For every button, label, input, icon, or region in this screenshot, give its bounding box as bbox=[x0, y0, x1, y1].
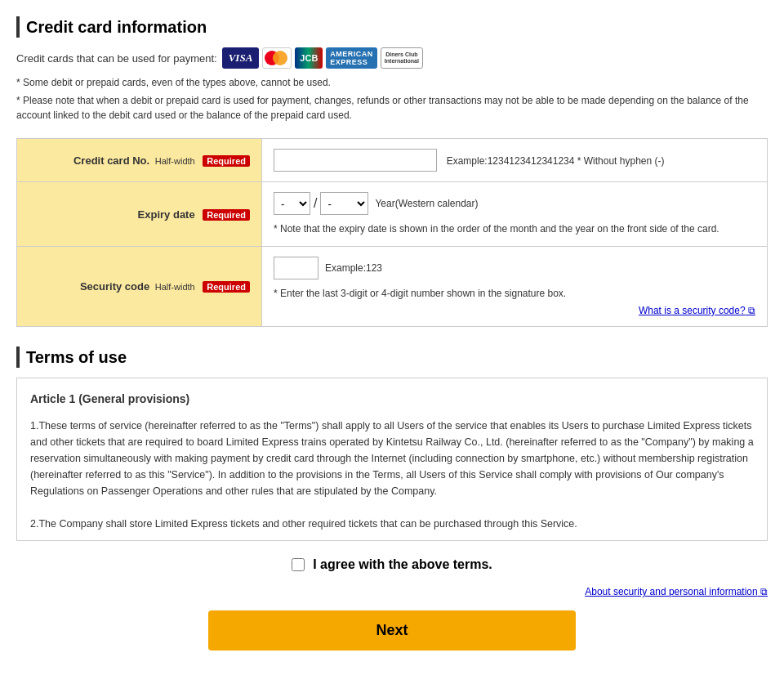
expiry-date-row: Expiry date Required - 010203 040506 070… bbox=[17, 182, 768, 247]
credit-card-section: Credit card information Credit cards tha… bbox=[16, 16, 768, 327]
expiry-selects-row: - 010203 040506 070809 101112 / - 202420… bbox=[274, 192, 755, 215]
security-code-link-icon: ⧉ bbox=[748, 305, 755, 316]
expiry-label-cell: Expiry date Required bbox=[17, 182, 262, 247]
card-number-half-width: Half-width bbox=[155, 156, 195, 166]
security-note: * Enter the last 3-digit or 4-digit numb… bbox=[274, 286, 755, 301]
card-number-row: Credit card No. Half-width Required Exam… bbox=[17, 139, 768, 182]
expiry-note: * Note that the expiry date is shown in … bbox=[274, 221, 755, 236]
expiry-month-select[interactable]: - 010203 040506 070809 101112 bbox=[274, 192, 310, 215]
security-link-row: About security and personal information … bbox=[16, 585, 768, 597]
security-code-input[interactable] bbox=[274, 257, 318, 279]
notice1-text: * Some debit or prepaid cards, even of t… bbox=[16, 75, 768, 90]
security-code-row: Security code Half-width Required Exampl… bbox=[17, 247, 768, 327]
terms-heading: Terms of use bbox=[16, 346, 768, 368]
mastercard-logo bbox=[262, 47, 292, 69]
expiry-year-select[interactable]: - 202420252026 202720282029 203020312032… bbox=[320, 192, 368, 215]
agree-checkbox[interactable] bbox=[292, 558, 305, 571]
terms-heading-bar bbox=[16, 346, 20, 368]
card-number-required: Required bbox=[203, 155, 250, 167]
credit-card-heading: Credit card information bbox=[16, 16, 768, 38]
amex-logo: AMERICANEXPRESS bbox=[326, 47, 377, 69]
card-number-input[interactable] bbox=[274, 149, 437, 172]
expiry-label: Expiry date bbox=[138, 208, 195, 221]
card-number-example: Example:1234123412341234 * Without hyphe… bbox=[447, 155, 665, 167]
expiry-slash: / bbox=[314, 196, 317, 211]
security-label: Security code bbox=[80, 280, 149, 293]
terms-title: Terms of use bbox=[26, 348, 127, 367]
diners-logo: Diners ClubInternational bbox=[381, 47, 423, 69]
what-is-security-code-link[interactable]: What is a security code? ⧉ bbox=[639, 305, 755, 316]
agreement-row: I agree with the above terms. bbox=[16, 557, 768, 572]
security-link-icon: ⧉ bbox=[760, 586, 768, 597]
terms-section: Terms of use Article 1 (General provisio… bbox=[16, 346, 768, 541]
security-code-link-text: What is a security code? bbox=[639, 305, 746, 316]
agree-label[interactable]: I agree with the above terms. bbox=[313, 557, 492, 572]
article1-text: 1.These terms of service (hereinafter re… bbox=[30, 418, 754, 499]
security-personal-info-link[interactable]: About security and personal information … bbox=[585, 586, 768, 597]
card-number-label: Credit card No. bbox=[74, 154, 149, 167]
expiry-required: Required bbox=[203, 209, 250, 221]
article1-text2: 2.The Company shall store Limited Expres… bbox=[30, 516, 754, 532]
accepted-cards-row: Credit cards that can be used for paymen… bbox=[16, 47, 768, 69]
next-button-row: Next bbox=[16, 610, 768, 651]
security-link-text: About security and personal information bbox=[585, 586, 757, 597]
expiry-input-cell: - 010203 040506 070809 101112 / - 202420… bbox=[262, 182, 768, 247]
security-label-cell: Security code Half-width Required bbox=[17, 247, 262, 327]
security-half-width: Half-width bbox=[155, 282, 195, 292]
year-label: Year(Western calendar) bbox=[375, 198, 478, 209]
security-code-link-row: What is a security code? ⧉ bbox=[274, 304, 755, 316]
accepted-cards-label: Credit cards that can be used for paymen… bbox=[16, 52, 217, 65]
terms-content-box[interactable]: Article 1 (General provisions) 1.These t… bbox=[16, 378, 768, 541]
security-required: Required bbox=[203, 281, 250, 293]
next-button[interactable]: Next bbox=[208, 610, 576, 651]
notice2-text: * Please note that when a debit or prepa… bbox=[16, 93, 768, 123]
security-input-row: Example:123 bbox=[274, 257, 755, 279]
credit-card-table: Credit card No. Half-width Required Exam… bbox=[16, 138, 768, 327]
heading-bar bbox=[16, 16, 20, 38]
article1-title: Article 1 (General provisions) bbox=[30, 390, 754, 408]
security-input-cell: Example:123 * Enter the last 3-digit or … bbox=[262, 247, 768, 327]
card-logos-container: VISA JCB AMERICANEXPRESS Diners ClubInte… bbox=[222, 47, 423, 69]
card-number-input-cell: Example:1234123412341234 * Without hyphe… bbox=[262, 139, 768, 182]
credit-card-title: Credit card information bbox=[26, 18, 207, 37]
jcb-logo: JCB bbox=[295, 47, 323, 69]
visa-logo: VISA bbox=[222, 47, 260, 69]
security-example: Example:123 bbox=[325, 262, 382, 274]
card-number-label-cell: Credit card No. Half-width Required bbox=[17, 139, 262, 182]
